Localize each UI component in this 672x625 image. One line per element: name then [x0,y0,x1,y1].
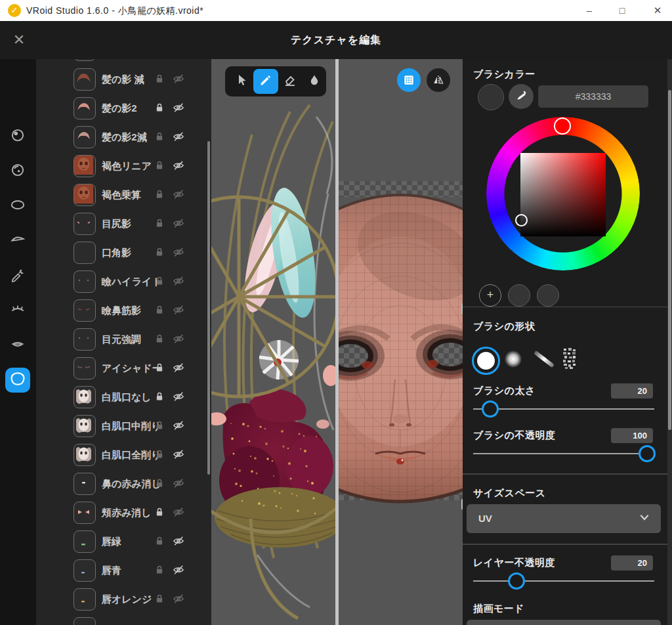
lock-icon[interactable] [153,72,167,87]
brush-opacity-value[interactable]: 100 [611,428,653,443]
sidebar-item-eye-highlight[interactable] [5,159,30,184]
layer-row[interactable]: 髪の影2減 [36,123,211,152]
brush-shape-texture[interactable] [562,348,577,369]
eye-off-icon[interactable] [171,477,187,491]
eye-off-icon[interactable] [171,246,187,260]
close-window-button[interactable]: ✕ [642,0,672,21]
layer-opacity-slider[interactable] [473,572,654,590]
layer-row[interactable]: 唇緑 [36,527,211,556]
tool-eraser-button[interactable] [278,69,303,94]
sidebar-item-mouth[interactable] [5,333,30,358]
lock-icon[interactable] [153,448,167,462]
lock-icon[interactable] [153,130,167,144]
lock-icon[interactable] [153,159,167,173]
lock-icon[interactable] [153,274,167,289]
close-editor-button[interactable]: ✕ [9,30,29,50]
eye-off-icon[interactable] [171,361,187,376]
eyedropper-button[interactable] [509,84,534,109]
sidebar-item-skin[interactable] [5,368,30,393]
layer-row[interactable]: アイシャドー [36,354,211,383]
lock-icon[interactable] [153,101,167,116]
layer-opacity-value[interactable]: 20 [611,555,653,571]
layer-row[interactable]: 白肌口なし [36,383,211,412]
minimize-button[interactable]: – [574,0,604,21]
eye-off-icon[interactable] [171,506,187,520]
lock-icon[interactable] [153,246,167,260]
tool-blur-drop-button[interactable] [302,69,327,94]
hex-color-input[interactable]: #333333 [538,85,648,108]
sidebar-item-eye-white[interactable] [5,194,30,219]
panel-scrollbar[interactable] [668,90,671,430]
eye-off-icon[interactable] [171,419,187,433]
layer-row[interactable]: 頬赤み消し [36,498,211,527]
lock-icon[interactable] [153,477,167,491]
lock-icon[interactable] [153,390,167,404]
eye-off-icon[interactable] [171,534,187,549]
eye-off-icon[interactable] [171,188,187,202]
eye-off-icon[interactable] [171,563,187,578]
layer-row[interactable]: 褐色乗算 [36,181,211,209]
lock-icon[interactable] [153,217,167,231]
layer-row[interactable]: 白肌口全削り [36,441,211,469]
tool-select-cursor-button[interactable] [229,69,254,94]
layer-row[interactable]: 褐色リニア [36,152,211,181]
layer-row[interactable]: 白肌口中削り [36,412,211,441]
eye-off-icon[interactable] [171,303,187,318]
eye-off-icon[interactable] [171,130,187,144]
brush-shape-hard-circle[interactable] [472,347,500,375]
brush-shape-line[interactable] [534,351,555,368]
eye-off-icon[interactable] [171,390,187,404]
draw-mode-dropdown[interactable] [467,620,661,625]
add-swatch-button[interactable]: + [479,284,501,307]
layer-row[interactable]: 目尻影 [36,209,211,238]
lock-icon[interactable] [153,534,167,549]
saturation-value-box[interactable] [520,153,606,236]
layer-row[interactable]: 口角影 [36,238,211,267]
eye-off-icon[interactable] [171,159,187,173]
eye-off-icon[interactable] [171,101,187,116]
lock-icon[interactable] [153,592,167,607]
eye-off-icon[interactable] [171,332,187,347]
lock-icon[interactable] [153,332,167,347]
layer-row[interactable]: 髪の影2 [36,94,211,123]
color-swatch-empty[interactable] [508,284,530,307]
sv-selector[interactable] [515,214,528,226]
brush-thickness-value[interactable]: 20 [611,383,653,399]
lock-icon[interactable] [153,188,167,202]
model-3d-viewport[interactable] [211,59,335,625]
layer-row[interactable]: 唇オレンジ [36,585,211,614]
layer-row[interactable]: 髪の影 減 [36,65,211,94]
lock-icon[interactable] [153,563,167,578]
mirror-symmetry-toggle[interactable] [427,68,450,92]
eye-off-icon[interactable] [171,217,187,231]
hue-selector[interactable] [554,118,571,135]
size-space-dropdown[interactable]: UV [467,504,661,533]
layer-row[interactable]: 鼻の赤み消し [36,469,211,498]
sidebar-item-pupil[interactable] [5,124,30,149]
sidebar-item-eyeline[interactable] [5,228,30,253]
eye-off-icon[interactable] [171,448,187,462]
eye-off-icon[interactable] [171,72,187,87]
tool-pencil-button[interactable] [253,69,278,94]
sidebar-item-eyelash-brush[interactable] [5,263,30,288]
brush-thickness-slider[interactable] [473,400,654,418]
layer-row[interactable]: 目元強調 [36,325,211,354]
texture-paint-canvas[interactable] [339,59,463,625]
brush-shape-soft-circle[interactable] [505,351,522,368]
maximize-button[interactable]: □ [607,0,637,21]
lock-icon[interactable] [153,361,167,376]
layer-row[interactable] [36,614,211,625]
layer-row[interactable]: 瞼ハイライト [36,267,211,296]
layer-row[interactable] [36,59,211,64]
eye-off-icon[interactable] [171,274,187,289]
current-color-swatch[interactable] [478,84,504,110]
layer-row[interactable]: 唇青 [36,556,211,585]
eye-off-icon[interactable] [171,592,187,607]
lock-icon[interactable] [153,506,167,520]
lock-icon[interactable] [153,419,167,433]
wireframe-grid-toggle[interactable] [397,68,421,92]
sidebar-item-eyelash[interactable] [5,298,30,323]
brush-opacity-slider[interactable] [473,445,654,462]
layer-row[interactable]: 瞼鼻筋影 [36,296,211,325]
lock-icon[interactable] [153,303,167,318]
